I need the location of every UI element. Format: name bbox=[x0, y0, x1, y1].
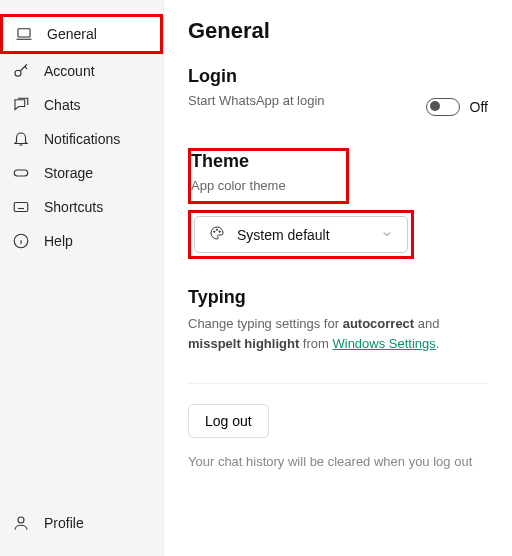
info-icon bbox=[12, 232, 30, 250]
chat-icon bbox=[12, 96, 30, 114]
theme-selected: System default bbox=[237, 227, 330, 243]
theme-heading: Theme bbox=[191, 151, 286, 172]
login-heading: Login bbox=[188, 66, 488, 87]
key-icon bbox=[12, 62, 30, 80]
laptop-icon bbox=[15, 25, 33, 43]
sidebar-bottom: Profile bbox=[0, 506, 163, 556]
settings-window: General Account Chats Notifications Stor… bbox=[0, 0, 512, 556]
sidebar-item-storage[interactable]: Storage bbox=[0, 156, 163, 190]
sidebar-item-help[interactable]: Help bbox=[0, 224, 163, 258]
svg-rect-7 bbox=[14, 203, 28, 212]
sidebar-item-label: Notifications bbox=[44, 131, 120, 147]
theme-section: Theme App color theme System default bbox=[188, 148, 488, 259]
theme-subtitle: App color theme bbox=[191, 178, 286, 193]
profile-icon bbox=[12, 514, 30, 532]
svg-point-17 bbox=[216, 229, 217, 230]
misspelt-bold: misspelt highlight bbox=[188, 336, 299, 351]
windows-settings-link[interactable]: Windows Settings bbox=[332, 336, 435, 351]
bell-icon bbox=[12, 130, 30, 148]
toggle-state-label: Off bbox=[470, 99, 488, 115]
theme-dropdown[interactable]: System default bbox=[194, 216, 408, 253]
svg-point-16 bbox=[214, 231, 215, 232]
sidebar-item-label: General bbox=[47, 26, 97, 42]
chevron-down-icon bbox=[381, 227, 393, 243]
svg-point-15 bbox=[18, 517, 24, 523]
sidebar-item-label: Profile bbox=[44, 515, 84, 531]
theme-heading-highlight: Theme App color theme bbox=[188, 148, 349, 204]
login-toggle-wrap: Off bbox=[426, 98, 488, 116]
logout-note: Your chat history will be cleared when y… bbox=[188, 452, 488, 472]
logout-button[interactable]: Log out bbox=[188, 404, 269, 438]
sidebar-item-label: Storage bbox=[44, 165, 93, 181]
sidebar-item-profile[interactable]: Profile bbox=[0, 506, 163, 540]
storage-icon bbox=[12, 164, 30, 182]
svg-rect-0 bbox=[18, 29, 30, 37]
sidebar-item-label: Account bbox=[44, 63, 95, 79]
sidebar-item-account[interactable]: Account bbox=[0, 54, 163, 88]
typing-heading: Typing bbox=[188, 287, 488, 308]
sidebar-item-chats[interactable]: Chats bbox=[0, 88, 163, 122]
toggle-knob bbox=[430, 101, 440, 111]
login-toggle[interactable] bbox=[426, 98, 460, 116]
sidebar-item-label: Help bbox=[44, 233, 73, 249]
typing-description: Change typing settings for autocorrect a… bbox=[188, 314, 488, 353]
svg-rect-6 bbox=[14, 170, 28, 176]
login-subtitle: Start WhatsApp at login bbox=[188, 93, 325, 108]
theme-dropdown-highlight: System default bbox=[188, 210, 414, 259]
keyboard-icon bbox=[12, 198, 30, 216]
page-title: General bbox=[188, 18, 488, 44]
sidebar-items: General Account Chats Notifications Stor… bbox=[0, 14, 163, 506]
svg-point-18 bbox=[219, 231, 220, 232]
divider bbox=[188, 383, 488, 384]
sidebar: General Account Chats Notifications Stor… bbox=[0, 0, 164, 556]
sidebar-item-label: Chats bbox=[44, 97, 81, 113]
login-row: Start WhatsApp at login Off bbox=[188, 93, 488, 120]
sidebar-item-notifications[interactable]: Notifications bbox=[0, 122, 163, 156]
sidebar-item-shortcuts[interactable]: Shortcuts bbox=[0, 190, 163, 224]
sidebar-item-label: Shortcuts bbox=[44, 199, 103, 215]
autocorrect-bold: autocorrect bbox=[343, 316, 415, 331]
main-panel: General Login Start WhatsApp at login Of… bbox=[164, 0, 512, 556]
svg-point-2 bbox=[15, 70, 21, 76]
svg-line-4 bbox=[25, 67, 27, 69]
palette-icon bbox=[209, 225, 225, 244]
sidebar-item-general[interactable]: General bbox=[0, 14, 163, 54]
